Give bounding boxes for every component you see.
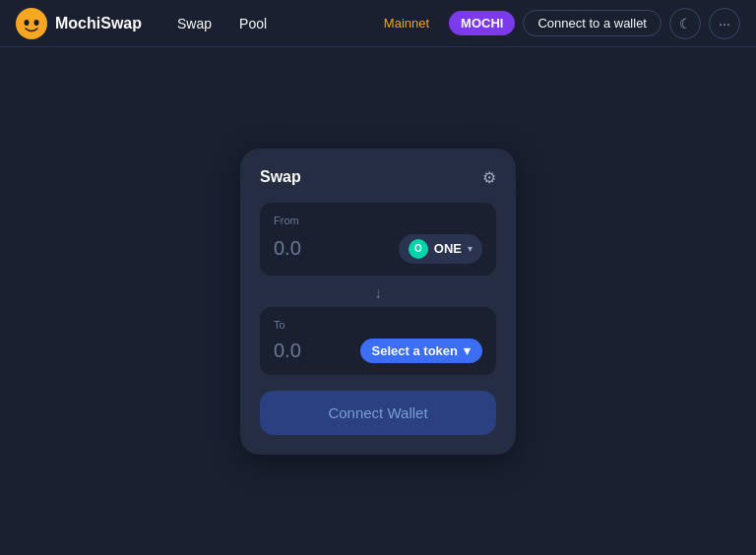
from-token-selector[interactable]: O ONE ▾ — [399, 234, 482, 264]
to-label: To — [274, 319, 482, 331]
more-icon: ··· — [719, 16, 730, 31]
swap-card: Swap ⚙ From O ONE ▾ ↓ To — [240, 149, 516, 455]
mainnet-button[interactable]: Mainnet — [372, 11, 441, 35]
from-token-row: O ONE ▾ — [274, 234, 482, 264]
from-label: From — [274, 215, 482, 226]
main-content: Swap ⚙ From O ONE ▾ ↓ To — [0, 47, 756, 555]
svg-point-2 — [34, 20, 39, 26]
logo-text: MochiSwap — [55, 15, 142, 32]
swap-arrow-container: ↓ — [260, 279, 496, 307]
more-menu-button[interactable]: ··· — [709, 8, 740, 39]
from-amount-input[interactable] — [274, 237, 352, 260]
logo-area: MochiSwap — [16, 8, 142, 39]
swap-title: Swap — [260, 168, 301, 186]
logo-icon — [16, 8, 47, 39]
settings-icon[interactable]: ⚙ — [482, 168, 496, 187]
to-token-row: Select a token ▾ — [274, 339, 482, 363]
select-token-label: Select a token — [372, 343, 458, 358]
from-token-chevron: ▾ — [468, 243, 472, 254]
dark-mode-toggle[interactable]: ☾ — [669, 8, 701, 39]
svg-point-1 — [25, 20, 30, 26]
nav-pool[interactable]: Pool — [227, 10, 279, 37]
to-section: To Select a token ▾ — [260, 307, 496, 375]
nav-links: Swap Pool — [165, 10, 279, 37]
select-token-chevron: ▾ — [464, 343, 471, 358]
moon-icon: ☾ — [679, 16, 692, 31]
from-token-name: ONE — [434, 241, 462, 256]
header-connect-wallet-button[interactable]: Connect to a wallet — [523, 10, 662, 36]
header-right: Mainnet MOCHI Connect to a wallet ☾ ··· — [372, 8, 740, 39]
mochi-badge[interactable]: MOCHI — [449, 11, 515, 35]
svg-point-0 — [16, 8, 47, 39]
connect-wallet-main-button[interactable]: Connect Wallet — [260, 391, 496, 435]
from-section: From O ONE ▾ — [260, 203, 496, 276]
header: MochiSwap Swap Pool Mainnet MOCHI Connec… — [0, 0, 756, 47]
select-token-button[interactable]: Select a token ▾ — [360, 339, 482, 363]
swap-card-header: Swap ⚙ — [260, 168, 496, 187]
to-amount-input[interactable] — [274, 339, 352, 362]
swap-direction-icon[interactable]: ↓ — [374, 284, 382, 302]
one-token-icon: O — [409, 239, 428, 259]
nav-swap[interactable]: Swap — [165, 10, 223, 37]
